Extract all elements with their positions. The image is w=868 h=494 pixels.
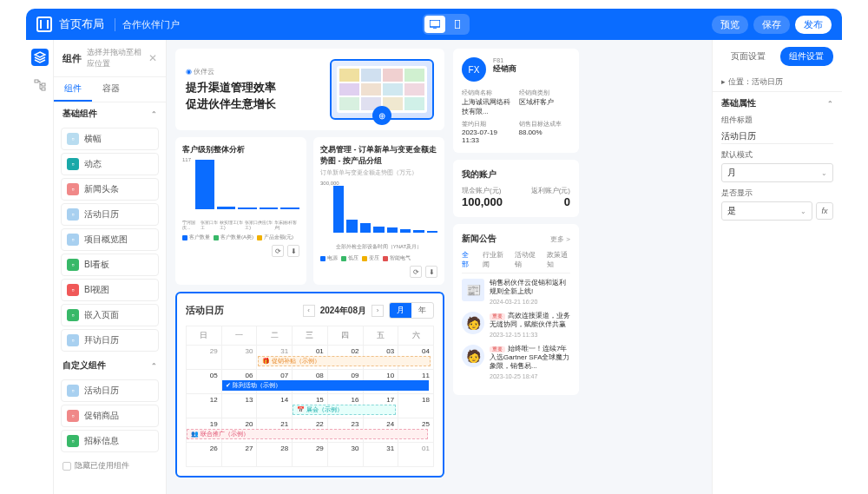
y-axis-tick: 117: [182, 157, 191, 162]
layers-icon[interactable]: [31, 49, 49, 66]
news-item[interactable]: 🧑重要高效连接渠道，业务无缝协同，赋能伙伴共赢2023-12-15 11:33: [462, 312, 570, 338]
tab-page-settings[interactable]: 页面设置: [721, 47, 775, 66]
account-widget[interactable]: 我的账户 现金账户(元)100,000 返利账户(元)0: [453, 160, 579, 217]
component-label: 嵌入页面: [84, 309, 119, 321]
prev-month-button[interactable]: ‹: [303, 305, 315, 317]
view-year-button[interactable]: 年: [411, 303, 433, 318]
label: 经销商类别: [519, 89, 571, 97]
component-item[interactable]: ▫BI视图: [61, 279, 159, 301]
company-category: 区域杆客户: [519, 97, 571, 107]
chevron-up-icon: ⌃: [827, 100, 833, 108]
page-subtitle: 合作伙伴门户: [115, 18, 180, 31]
check-icon: ✔: [226, 382, 231, 389]
svg-rect-3: [35, 80, 38, 82]
prop-label: 组件标题: [721, 115, 833, 126]
component-label: 活动日历: [84, 208, 119, 221]
tab-containers[interactable]: 容器: [92, 77, 130, 102]
news-item-title: 销售易伙伴云促销和返利规则全新上线!: [490, 279, 570, 297]
banner-action-icon: ⊕: [372, 106, 391, 125]
news-item[interactable]: 📰销售易伙伴云促销和返利规则全新上线!2024-03-21 16:20: [462, 279, 570, 305]
left-rail: [26, 40, 54, 494]
save-button[interactable]: 保存: [753, 16, 790, 34]
chart-download-button[interactable]: ⬇: [425, 266, 437, 278]
news-item[interactable]: 🧑重要始终唯一！连续7年入选Gartner SFA全球魔力象限，销售易...20…: [462, 345, 570, 379]
mobile-view-button[interactable]: [447, 16, 468, 33]
close-icon[interactable]: ✕: [148, 52, 157, 64]
component-item[interactable]: ▫BI看板: [61, 254, 159, 276]
component-icon: ▫: [67, 183, 79, 195]
svg-rect-5: [42, 88, 45, 90]
tab-components[interactable]: 组件: [54, 77, 92, 102]
view-month-button[interactable]: 月: [390, 303, 411, 318]
prop-label: 默认模式: [721, 149, 833, 161]
component-item[interactable]: ▫横幅: [61, 128, 159, 150]
next-month-button[interactable]: ›: [372, 305, 384, 317]
panel-hint: 选择并拖动至相应位置: [87, 47, 143, 69]
news-tab[interactable]: 行业新闻: [483, 250, 506, 269]
component-icon: ▫: [67, 284, 79, 296]
component-item[interactable]: ▫新闻头条: [61, 178, 159, 201]
topbar: 首页布局 合作伙伴门户 预览 保存 发布: [26, 9, 842, 40]
chevron-up-icon: ⌃: [151, 110, 157, 118]
component-item[interactable]: ▫嵌入页面: [61, 304, 159, 326]
chart-refresh-button[interactable]: ⟳: [272, 245, 284, 257]
design-canvas: 伙伴云 提升渠道管理效率 促进伙伴生意增长 ⊕ 客户级别整体分析 117: [167, 40, 712, 494]
desktop-view-button[interactable]: [424, 16, 445, 33]
svg-rect-0: [430, 20, 440, 27]
chevron-down-icon: ⌄: [821, 169, 827, 177]
news-item-date: 2023-12-15 11:33: [490, 332, 570, 338]
component-icon: ▫: [67, 234, 79, 246]
widget-title-input[interactable]: [721, 128, 833, 144]
chart-refresh-button[interactable]: ⟳: [410, 266, 422, 278]
group-custom-header[interactable]: 自定义组件⌃: [54, 354, 166, 377]
gift-icon: 🎁: [262, 358, 270, 365]
banner-illustration: ⊕: [330, 59, 434, 120]
component-label: 招标信息: [84, 435, 119, 447]
banner-widget[interactable]: 伙伴云 提升渠道管理效率 促进伙伴生意增长 ⊕: [175, 49, 444, 130]
label: 销售目标达成率: [519, 120, 571, 128]
component-item[interactable]: ▫活动日历: [61, 379, 159, 402]
chart-order-trend[interactable]: 交易管理 - 订单新单与变更金额走势图 - 按产品分组 订单新单与变更金额走势图…: [313, 137, 444, 285]
component-item[interactable]: ▫招标信息: [61, 430, 159, 452]
news-item-title: 重要始终唯一！连续7年入选Gartner SFA全球魔力象限，销售易...: [490, 345, 570, 372]
prop-group-header[interactable]: 基础属性⌃: [721, 97, 833, 109]
visibility-select[interactable]: 是⌄: [721, 201, 812, 221]
app-logo: [36, 16, 52, 32]
people-icon: 👥: [191, 431, 199, 438]
device-toggle: [423, 14, 470, 35]
calendar-icon: 📅: [297, 406, 305, 413]
balance-value: 100,000: [462, 195, 503, 208]
component-icon: ▫: [67, 133, 79, 145]
tab-widget-settings[interactable]: 组件设置: [780, 47, 834, 66]
component-item[interactable]: ▫项目概览图: [61, 228, 159, 251]
group-basic-header[interactable]: 基础组件⌃: [54, 102, 166, 125]
news-tab[interactable]: 全部: [462, 250, 474, 269]
chart-download-button[interactable]: ⬇: [287, 245, 299, 257]
component-label: BI视图: [84, 284, 109, 296]
preview-button[interactable]: 预览: [712, 16, 748, 34]
company-logo: FX: [462, 57, 486, 82]
news-widget[interactable]: 新闻公告更多 > 全部行业新闻活动促销政策通知 📰销售易伙伴云促销和返利规则全新…: [453, 224, 579, 395]
chart-customer-analysis[interactable]: 客户级别整体分析 117 宁河国庆...张家口华工秋实理工(华工)张家口供应(华…: [175, 137, 306, 285]
component-item[interactable]: ▫活动日历: [61, 203, 159, 226]
news-tab[interactable]: 政策通知: [547, 250, 570, 269]
component-item[interactable]: ▫动态: [61, 153, 159, 175]
component-icon: ▫: [67, 334, 79, 346]
default-mode-select[interactable]: 月⌄: [721, 163, 833, 182]
company-name: 上海诚讯网络科技有限...: [462, 97, 514, 116]
hide-used-toggle[interactable]: 隐藏已使用组件: [54, 455, 166, 477]
sign-date: 2023-07-19 11:33: [462, 128, 514, 144]
label: 签约日期: [462, 120, 514, 128]
component-item[interactable]: ▫拜访日历: [61, 329, 159, 352]
component-icon: ▫: [67, 158, 79, 170]
fx-button[interactable]: fx: [816, 202, 833, 220]
news-more-link[interactable]: 更多 >: [550, 234, 570, 244]
news-tab[interactable]: 活动促销: [515, 250, 538, 269]
component-item[interactable]: ▫促销商品: [61, 405, 159, 427]
company-info-widget[interactable]: FX F81 经销商 经销商名称上海诚讯网络科技有限... 经销商类别区域杆客户…: [453, 49, 579, 153]
publish-button[interactable]: 发布: [795, 16, 832, 34]
calendar-widget[interactable]: 活动日历 ‹ 2024年08月 › 月 年 日一二三四五六: [175, 292, 444, 478]
breadcrumb: ▸ 位置：活动日历: [713, 73, 842, 92]
tree-icon[interactable]: [31, 76, 49, 94]
account-title: 我的账户: [462, 168, 570, 181]
